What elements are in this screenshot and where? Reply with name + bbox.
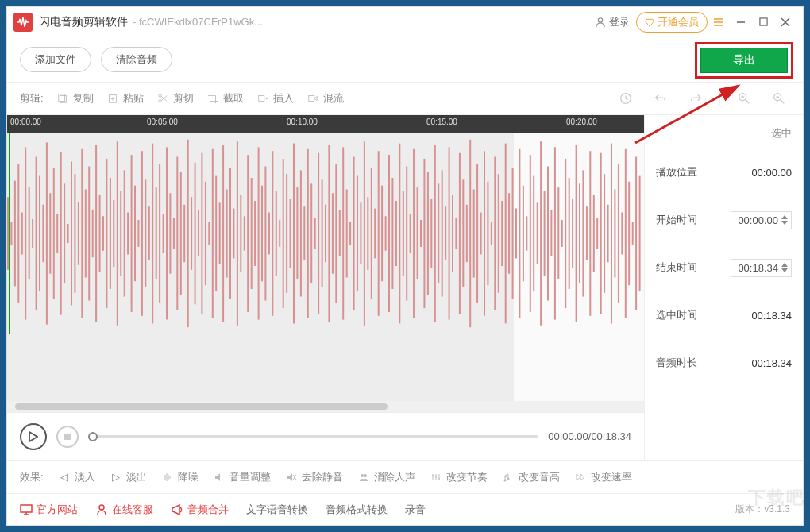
clear-audio-button[interactable]: 清除音频 [101,47,172,72]
fade-in-icon: ◁ [58,471,71,484]
menu-icon [712,16,725,29]
timeline-ruler[interactable]: 00:00.00 00:05.00 00:10.00 00:15.00 00:2… [7,115,644,133]
insert-button[interactable]: 插入 [256,91,294,106]
h-scrollbar[interactable] [7,401,644,412]
record-link[interactable]: 录音 [405,503,426,517]
info-panel: 选中 播放位置 00:00.00 开始时间 00:00.00 结束时间 00:1… [644,115,803,460]
undo-icon [654,91,668,106]
user-icon [595,17,606,28]
merge-link[interactable]: 音频合并 [171,503,229,517]
scroll-thumb[interactable] [15,403,388,410]
version-label: 版本：v3.1.3 [735,503,790,516]
audio-duration-row: 音频时长 00:18.34 [656,339,792,387]
waveform-svg [7,133,642,334]
effects-toolbar: 效果: ◁淡入 ▷淡出 降噪 音量调整 去除静音 消除人声 改变节奏 改变音高 … [7,460,803,493]
zoom-in-icon [737,91,751,106]
svg-rect-198 [21,505,32,512]
tick: 00:10.00 [287,118,318,126]
fade-out-button[interactable]: ▷淡出 [110,470,147,484]
cut-button[interactable]: 剪切 [156,91,194,106]
minimize-button[interactable] [730,11,752,33]
headset-icon [95,503,108,516]
pitch-button[interactable]: 改变音高 [502,470,560,484]
progress-knob[interactable] [88,432,98,441]
selection-duration-value: 00:18.34 [751,310,792,322]
remove-silence-button[interactable]: 去除静音 [285,470,343,484]
megaphone-icon [171,503,183,516]
end-up[interactable] [781,263,788,267]
titlebar: 闪电音频剪辑软件 - fcCWIEkdlx07CFrP1wGk... 登录 开通… [7,7,803,37]
end-time-input[interactable]: 00:18.34 [731,259,792,277]
close-button[interactable] [774,11,796,33]
waveform-canvas[interactable] [7,133,644,401]
redo-button[interactable] [685,87,707,110]
undo-button[interactable] [650,87,672,110]
svg-point-196 [503,479,506,481]
format-link[interactable]: 音频格式转换 [326,503,388,517]
mix-icon [307,92,319,105]
start-time-input[interactable]: 00:00.00 [731,211,792,229]
play-position-value: 00:00.00 [751,167,792,179]
add-file-button[interactable]: 添加文件 [20,47,91,72]
history-icon [619,91,633,106]
paste-button[interactable]: 粘贴 [106,91,144,106]
vip-button[interactable]: 开通会员 [636,12,708,33]
tick: 00:05.00 [147,118,178,126]
website-link[interactable]: 官方网站 [20,503,78,517]
crop-button[interactable]: 截取 [206,91,244,106]
fade-in-button[interactable]: ◁淡入 [58,470,95,484]
mix-button[interactable]: 混流 [307,91,344,106]
stop-icon [64,433,71,441]
mute-icon [285,471,298,484]
app-logo-icon [14,13,33,32]
maximize-icon [759,17,768,26]
crop-icon [206,92,219,105]
tempo-icon [430,471,442,484]
progress-slider[interactable] [88,435,538,438]
maximize-button[interactable] [752,11,774,33]
svg-point-0 [598,17,602,21]
zoom-out-icon [772,91,786,106]
tempo-button[interactable]: 改变节奏 [430,470,488,484]
effects-label: 效果: [20,470,44,484]
svg-point-5 [158,100,161,103]
selected-label: 选中 [656,121,792,148]
zoom-in-button[interactable] [733,87,755,110]
end-time-row: 结束时间 00:18.34 [656,244,792,291]
svg-point-6 [158,94,161,98]
remove-vocal-button[interactable]: 消除人声 [357,470,415,484]
vocal-icon [357,471,370,484]
main-area: 00:00.00 00:05.00 00:10.00 00:15.00 00:2… [7,115,803,460]
audio-duration-value: 00:18.34 [751,357,792,369]
svg-point-195 [364,474,367,477]
zoom-out-button[interactable] [768,87,790,110]
playback-controls: 00:00.00/00:18.34 [7,412,644,460]
start-time-row: 开始时间 00:00.00 [656,196,792,244]
support-link[interactable]: 在线客服 [95,503,153,517]
speed-button[interactable]: 改变速率 [574,470,632,484]
edit-label: 剪辑: [20,91,44,106]
app-window: 闪电音频剪辑软件 - fcCWIEkdlx07CFrP1wGk... 登录 开通… [6,6,804,526]
export-button[interactable]: 导出 [700,48,788,73]
edit-toolbar: 剪辑: 复制 粘贴 剪切 截取 插入 混流 [7,82,803,115]
start-up[interactable] [781,215,788,219]
menu-button[interactable] [708,11,730,33]
fade-out-icon: ▷ [110,471,122,484]
end-down[interactable] [781,268,788,272]
copy-button[interactable]: 复制 [56,91,94,106]
start-down[interactable] [781,221,788,225]
pitch-icon [502,471,515,484]
stop-button[interactable] [56,426,79,448]
volume-button[interactable]: 音量调整 [213,470,271,484]
history-button[interactable] [615,87,637,110]
volume-icon [213,471,226,484]
play-button[interactable] [20,423,47,450]
svg-point-199 [99,505,104,510]
play-position-row: 播放位置 00:00.00 [656,148,792,196]
denoise-button[interactable]: 降噪 [161,470,199,484]
login-button[interactable]: 登录 [588,12,636,33]
svg-rect-7 [258,96,264,102]
redo-icon [688,91,703,106]
tts-link[interactable]: 文字语音转换 [246,503,308,517]
copy-icon [56,92,69,105]
